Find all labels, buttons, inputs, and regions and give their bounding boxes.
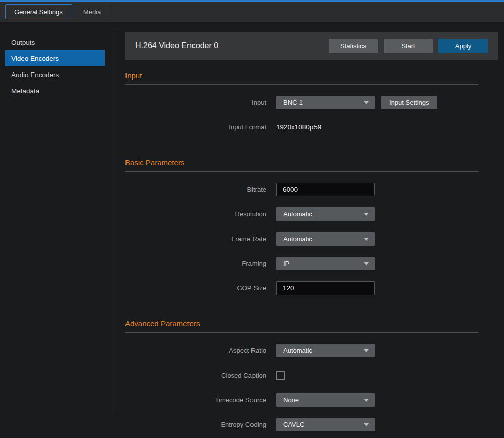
section-title-input: Input [125,71,479,80]
timecode-source-label: Timecode Source [125,396,266,404]
chevron-down-icon [364,262,369,265]
frame-rate-select-value: Automatic [283,235,312,243]
row-frame-rate: Frame Rate Automatic [125,232,479,246]
tab-media[interactable]: Media [74,4,110,19]
input-label: Input [125,99,266,106]
row-closed-caption: Closed Caption [125,369,479,382]
sidebar-nav: Outputs Video Encoders Audio Encoders Me… [0,22,116,438]
gop-size-input[interactable] [276,281,375,295]
section-divider [125,171,479,172]
main-panel: H.264 Video Encoder 0 Statistics Start A… [116,22,504,438]
row-input: Input BNC-1 Input Settings [125,96,479,109]
top-tab-bar: General Settings Media [0,2,504,22]
sidebar-item-audio-encoders[interactable]: Audio Encoders [5,66,105,83]
chevron-down-icon [364,399,369,402]
row-entropy-coding: Entropy Coding CAVLC [125,418,479,431]
row-gop-size: GOP Size [125,281,479,295]
bitrate-input[interactable] [276,183,375,196]
statistics-button[interactable]: Statistics [329,39,378,53]
chevron-down-icon [364,101,369,104]
input-format-label: Input Format [125,123,266,131]
section-title-basic-parameters: Basic Parameters [125,158,479,167]
frame-rate-select[interactable]: Automatic [276,232,375,246]
tab-divider [111,5,111,18]
aspect-ratio-select[interactable]: Automatic [276,344,375,357]
input-select[interactable]: BNC-1 [276,96,375,109]
framing-label: Framing [125,260,266,267]
entropy-coding-label: Entropy Coding [125,421,266,428]
input-select-value: BNC-1 [283,99,303,106]
gop-size-label: GOP Size [125,284,266,292]
sidebar-separator [116,31,116,418]
row-aspect-ratio: Aspect Ratio Automatic [125,344,479,357]
sidebar-item-video-encoders[interactable]: Video Encoders [5,50,105,66]
apply-button[interactable]: Apply [438,39,488,53]
row-input-format: Input Format 1920x1080p59 [125,120,479,134]
resolution-select[interactable]: Automatic [276,207,375,221]
section-divider [125,84,479,85]
row-resolution: Resolution Automatic [125,207,479,221]
aspect-ratio-label: Aspect Ratio [125,347,266,354]
input-settings-button[interactable]: Input Settings [381,96,437,109]
chevron-down-icon [364,349,369,352]
tab-general-settings[interactable]: General Settings [5,4,72,19]
row-bitrate: Bitrate [125,183,479,196]
closed-caption-label: Closed Caption [125,372,266,379]
frame-rate-label: Frame Rate [125,235,266,243]
section-basic-parameters: Basic Parameters Bitrate Resolution Auto… [125,158,479,295]
section-title-advanced-parameters: Advanced Parameters [125,319,479,328]
chevron-down-icon [364,423,369,426]
chevron-down-icon [364,213,369,216]
sidebar-item-outputs[interactable]: Outputs [5,34,105,50]
entropy-coding-select-value: CAVLC [283,421,304,428]
resolution-label: Resolution [125,210,266,218]
page-title: H.264 Video Encoder 0 [135,41,323,50]
bitrate-label: Bitrate [125,186,266,193]
sidebar-item-metadata[interactable]: Metadata [5,83,105,99]
start-button[interactable]: Start [384,39,433,53]
row-timecode-source: Timecode Source None [125,393,479,407]
framing-select[interactable]: IP [276,257,375,270]
entropy-coding-select[interactable]: CAVLC [276,418,375,431]
timecode-source-select[interactable]: None [276,393,375,407]
closed-caption-checkbox[interactable] [276,371,285,380]
resolution-select-value: Automatic [283,210,312,218]
section-input: Input Input BNC-1 Input Settings Input F… [125,71,479,134]
section-advanced-parameters: Advanced Parameters Aspect Ratio Automat… [125,319,479,431]
encoder-header-bar: H.264 Video Encoder 0 Statistics Start A… [125,32,498,60]
chevron-down-icon [364,238,369,241]
tab-divider [4,5,4,18]
row-framing: Framing IP [125,257,479,270]
input-format-value: 1920x1080p59 [276,123,321,131]
framing-select-value: IP [283,260,289,267]
timecode-source-select-value: None [283,396,299,404]
aspect-ratio-select-value: Automatic [283,347,312,354]
section-divider [125,332,479,333]
